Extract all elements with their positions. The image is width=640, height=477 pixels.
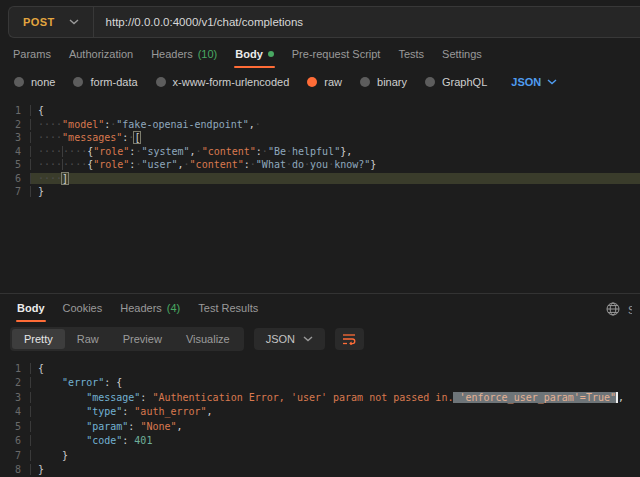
code-segment: "What: [256, 159, 286, 170]
line-number: 5: [0, 159, 30, 170]
code-segment: :: [122, 435, 134, 446]
mode-graphql[interactable]: GraphQL: [425, 76, 487, 88]
code-segment: "Authentication Error, 'user' param not …: [152, 392, 453, 403]
code-line: 1{: [0, 361, 640, 376]
response-tab-body[interactable]: Body: [8, 296, 54, 322]
code-segment: : {: [104, 377, 122, 388]
code-line: 3····"messages":·[: [0, 131, 640, 145]
radio-icon: [360, 77, 370, 87]
code-segment: [38, 377, 62, 388]
tab-tests[interactable]: Tests: [389, 42, 433, 68]
radio-icon: [73, 77, 83, 87]
code-line: 2····"model":·"fake-openai-endpoint",·: [0, 118, 640, 132]
code-segment: }: [62, 450, 68, 461]
line-number: 3: [0, 392, 30, 403]
code-segment: ····: [62, 146, 87, 157]
code-segment: }: [38, 186, 44, 197]
view-switcher: Pretty Raw Preview Visualize: [10, 327, 244, 351]
response-language-dropdown[interactable]: JSON: [254, 328, 325, 350]
code-segment: :: [140, 392, 152, 403]
chevron-down-icon: [547, 79, 557, 85]
code-line: 6 "code": 401: [0, 434, 640, 449]
response-controls: Pretty Raw Preview Visualize JSON: [0, 322, 640, 356]
view-visualize[interactable]: Visualize: [174, 329, 242, 349]
mode-form-data[interactable]: form-data: [73, 76, 137, 88]
code-segment: ,: [177, 421, 183, 432]
code-segment: you: [310, 159, 328, 170]
code-segment: "messages": [62, 132, 122, 143]
code-segment: 401: [134, 435, 152, 446]
response-tab-headers[interactable]: Headers(4): [111, 296, 189, 322]
view-raw[interactable]: Raw: [65, 329, 111, 349]
line-number: 6: [0, 435, 30, 446]
line-number: 8: [0, 464, 30, 475]
view-pretty[interactable]: Pretty: [12, 329, 65, 349]
code-segment: "code": [86, 435, 122, 446]
code-segment: 'enforce_user_param'=True": [453, 392, 616, 403]
code-line: 1{: [0, 104, 640, 118]
code-segment: "model": [62, 119, 104, 130]
chevron-down-icon: [303, 336, 313, 342]
code-line: 5········{"role":·"user",·"content":·"Wh…: [0, 158, 640, 172]
response-tabs: Body Cookies Headers(4) Test Results St: [0, 294, 640, 322]
code-segment: "role": [93, 146, 129, 157]
code-segment: "content": [190, 159, 244, 170]
code-segment: "Be: [268, 146, 286, 157]
code-line: 2 "error": {: [0, 376, 640, 391]
body-modified-dot: [268, 51, 274, 57]
code-segment: }: [38, 464, 44, 475]
wrap-line-button[interactable]: [335, 328, 364, 350]
line-number: 1: [0, 363, 30, 374]
mode-raw[interactable]: raw: [307, 76, 342, 88]
code-segment: [38, 435, 86, 446]
line-number: 4: [0, 146, 30, 157]
code-segment: "type": [86, 406, 122, 417]
code-line: 7}: [0, 185, 640, 199]
code-segment: "error": [62, 377, 104, 388]
code-segment: "None": [140, 421, 176, 432]
method-label: POST: [23, 16, 55, 28]
line-number: 3: [0, 132, 30, 143]
code-segment: [38, 406, 86, 417]
response-tab-test-results[interactable]: Test Results: [189, 296, 267, 322]
code-segment: ····: [38, 159, 62, 170]
code-segment: "auth_error": [134, 406, 206, 417]
response-body-editor[interactable]: 1{2 "error": {3 "message": "Authenticati…: [0, 356, 640, 477]
code-segment: ····: [38, 119, 62, 130]
mode-binary[interactable]: binary: [360, 76, 407, 88]
tab-body[interactable]: Body: [226, 42, 283, 68]
mode-none[interactable]: none: [14, 76, 55, 88]
code-line: 3 "message": "Authentication Error, 'use…: [0, 390, 640, 405]
code-line: 5 "param": "None",: [0, 419, 640, 434]
line-number: 7: [0, 186, 30, 197]
code-segment: ,: [207, 406, 213, 417]
wrap-line-icon: [342, 333, 357, 345]
tab-authorization[interactable]: Authorization: [60, 42, 142, 68]
code-segment: "param": [86, 421, 128, 432]
line-number: 1: [0, 105, 30, 116]
code-segment: "content": [202, 146, 256, 157]
code-segment: [38, 450, 62, 461]
response-tab-cookies[interactable]: Cookies: [54, 296, 112, 322]
code-segment: ]: [62, 173, 68, 184]
line-number: 7: [0, 450, 30, 461]
view-preview[interactable]: Preview: [111, 329, 174, 349]
mode-x-www-form-urlencoded[interactable]: x-www-form-urlencoded: [156, 76, 290, 88]
url-input[interactable]: http://0.0.0.0:4000/v1/chat/completions: [94, 16, 640, 28]
code-segment: "message": [86, 392, 140, 403]
request-body-editor[interactable]: 1{2····"model":·"fake-openai-endpoint",·…: [0, 96, 640, 293]
tab-params[interactable]: Params: [4, 42, 60, 68]
method-selector[interactable]: POST: [9, 7, 93, 37]
request-language-dropdown[interactable]: JSON: [511, 76, 557, 88]
code-segment: "system": [141, 146, 189, 157]
code-segment: :: [128, 421, 140, 432]
network-globe-icon[interactable]: [606, 302, 620, 316]
tab-headers[interactable]: Headers(10): [142, 42, 226, 68]
code-segment: "user": [141, 159, 177, 170]
code-segment: "fake-openai-endpoint": [116, 119, 248, 130]
code-line: 6····]: [0, 172, 640, 186]
tab-pre-request-script[interactable]: Pre-request Script: [283, 42, 390, 68]
tab-settings[interactable]: Settings: [433, 42, 491, 68]
code-segment: "role": [93, 159, 129, 170]
code-segment: :: [122, 406, 134, 417]
